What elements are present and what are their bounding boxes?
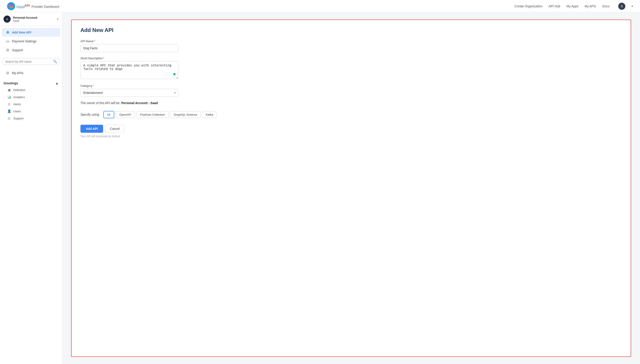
logo: 🐙 RapidAPI Provider Dashboard xyxy=(7,2,59,10)
account-section[interactable]: S Personal Account Saad ▾ xyxy=(0,12,62,26)
analytics-icon: 📊 xyxy=(7,95,11,99)
category-label: Category* xyxy=(80,84,622,88)
category-select-wrapper: Entertainment Sports Music Technology Sc… xyxy=(80,89,178,97)
specify-kafka-button[interactable]: Kafka xyxy=(202,111,217,118)
create-org-link[interactable]: Create Organization xyxy=(515,4,542,8)
docs-link[interactable]: Docs xyxy=(602,4,609,8)
topnav-links: Create Organization API Hub My Apps My A… xyxy=(515,3,633,10)
account-avatar: S xyxy=(4,16,11,23)
account-chevron-icon: ▾ xyxy=(57,18,59,21)
support-sub-label: Support xyxy=(13,117,24,120)
alerts-label: Alerts xyxy=(13,102,21,106)
sidebar-my-apis-label: My APIs xyxy=(12,71,23,75)
api-hub-link[interactable]: API Hub xyxy=(549,4,560,8)
action-buttons: Add API Cancel xyxy=(80,124,622,133)
owner-text: The owner of this API will be: Personal … xyxy=(80,101,158,105)
specify-graphql-button[interactable]: GraphQL Schema xyxy=(170,111,201,118)
short-desc-required: * xyxy=(103,56,104,60)
logo-icon: 🐙 xyxy=(7,2,15,10)
account-details: Personal Account Saad xyxy=(13,16,37,22)
analytics-label: Analytics xyxy=(13,96,25,99)
cancel-button[interactable]: Cancel xyxy=(105,124,124,133)
sidebar-my-apis: ⊙ My APIs xyxy=(0,66,62,79)
specify-section: Specify using: UI OpenAPI Postman Collec… xyxy=(80,109,622,118)
specify-openapi-button[interactable]: OpenAPI xyxy=(116,111,135,118)
api-name-group: API Name* xyxy=(80,40,622,52)
greetings-section[interactable]: Greetings ▲ xyxy=(0,79,62,86)
specify-buttons: UI OpenAPI Postman Collection GraphQL Sc… xyxy=(103,111,217,118)
sidebar-payment-label: Payment Settings xyxy=(12,40,37,43)
topnav: 🐙 RapidAPI Provider Dashboard Create Org… xyxy=(0,0,640,12)
logo-provider: Provider Dashboard xyxy=(32,5,59,8)
short-desc-wrapper: A simple API that provides you with inte… xyxy=(80,61,178,80)
logo-rapid: Rapid xyxy=(17,5,25,8)
api-name-required: * xyxy=(94,40,95,43)
sidebar: S Personal Account Saad ▾ ⊕ Add New API … xyxy=(0,12,62,364)
owner-group: The owner of this API will be: Personal … xyxy=(80,101,622,105)
sidebar-item-definition[interactable]: ▣ Definition xyxy=(0,86,62,94)
search-input[interactable] xyxy=(5,60,52,63)
sidebar-search[interactable]: 🔍 xyxy=(3,58,59,65)
specify-label: Specify using: xyxy=(80,113,100,116)
specify-postman-button[interactable]: Postman Collection xyxy=(136,111,169,118)
definition-icon: ▣ xyxy=(7,88,11,92)
my-apis-icon: ⊙ xyxy=(5,71,10,75)
avatar[interactable]: S xyxy=(618,3,625,10)
greetings-chevron-icon: ▲ xyxy=(55,82,59,85)
main-content: Add New API API Name* Short Description*… xyxy=(62,12,640,364)
logo-text: RapidAPI Provider Dashboard xyxy=(17,4,59,9)
sidebar-nav: ⊕ Add New API ▭ Payment Settings ⊙ Suppo… xyxy=(0,26,62,56)
sidebar-item-users[interactable]: 👤 Users xyxy=(0,108,62,115)
logo-api: API xyxy=(25,4,30,7)
users-icon: 👤 xyxy=(7,110,11,113)
sidebar-sub-items: ▣ Definition 📊 Analytics ⊙ Alerts 👤 User… xyxy=(0,86,62,122)
page-title: Add New API xyxy=(80,27,622,33)
category-group: Category* Entertainment Sports Music Tec… xyxy=(80,84,622,97)
layout: S Personal Account Saad ▾ ⊕ Add New API … xyxy=(0,12,640,364)
private-note: Your API will be private by default xyxy=(80,135,622,138)
definition-label: Definition xyxy=(13,88,25,92)
account-name: Personal Account xyxy=(13,16,37,19)
alerts-icon: ⊙ xyxy=(7,102,11,106)
api-name-input[interactable] xyxy=(80,44,178,52)
sidebar-item-add-api[interactable]: ⊕ Add New API xyxy=(2,28,60,36)
add-circle-icon: ⊕ xyxy=(5,30,10,34)
textarea-status-dot xyxy=(173,73,175,75)
sidebar-item-analytics[interactable]: 📊 Analytics xyxy=(0,94,62,100)
owner-name: Personal Account - Saad xyxy=(121,101,158,105)
account-sub: Saad xyxy=(13,19,37,22)
sidebar-item-my-apis[interactable]: ⊙ My APIs xyxy=(2,68,60,77)
api-name-label: API Name* xyxy=(80,40,622,43)
sidebar-item-support[interactable]: ⊙ Support xyxy=(2,46,60,54)
category-select[interactable]: Entertainment Sports Music Technology Sc… xyxy=(80,89,178,97)
greetings-label: Greetings xyxy=(4,82,18,85)
short-desc-group: Short Description* A simple API that pro… xyxy=(80,56,622,80)
sidebar-item-payment[interactable]: ▭ Payment Settings xyxy=(2,37,60,46)
short-desc-label: Short Description* xyxy=(80,56,622,60)
short-desc-textarea[interactable]: A simple API that provides you with inte… xyxy=(80,61,178,79)
credit-card-icon: ▭ xyxy=(5,39,10,43)
support-icon: ⊙ xyxy=(5,48,10,52)
content-frame: Add New API API Name* Short Description*… xyxy=(71,20,631,357)
add-api-button[interactable]: Add API xyxy=(80,125,103,133)
support-sub-icon: ⊙ xyxy=(7,116,11,120)
category-required: * xyxy=(93,84,94,88)
sidebar-item-alerts[interactable]: ⊙ Alerts xyxy=(0,100,62,108)
users-label: Users xyxy=(13,110,21,113)
sidebar-item-support-sub[interactable]: ⊙ Support xyxy=(0,115,62,122)
sidebar-support-label: Support xyxy=(12,48,23,52)
account-chevron-icon: ▾ xyxy=(631,5,633,8)
specify-ui-button[interactable]: UI xyxy=(103,111,114,118)
search-icon: 🔍 xyxy=(53,60,57,63)
my-apis-link[interactable]: My APIs xyxy=(585,4,596,8)
account-info: S Personal Account Saad xyxy=(4,16,37,23)
sidebar-add-api-label: Add New API xyxy=(12,31,31,34)
my-apps-link[interactable]: My Apps xyxy=(566,4,578,8)
